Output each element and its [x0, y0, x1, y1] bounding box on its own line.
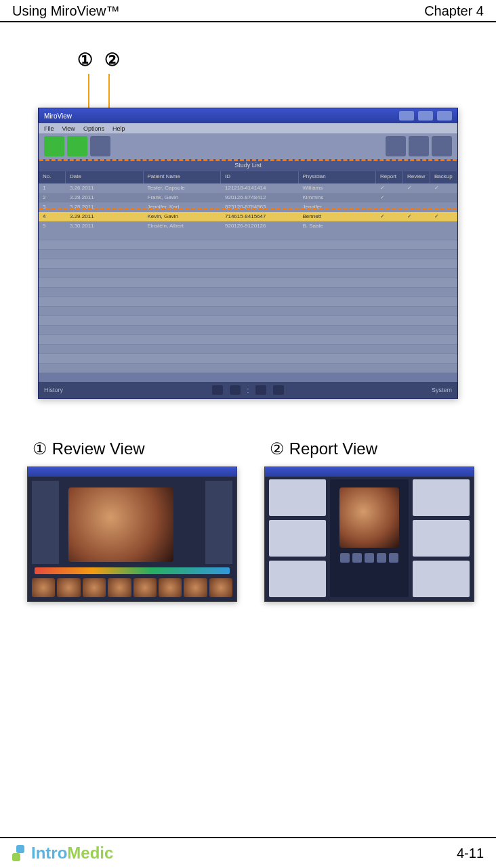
cell — [430, 221, 457, 231]
toolbar-button[interactable] — [409, 136, 429, 156]
strip-item[interactable] — [108, 578, 131, 597]
cell: 5 — [39, 221, 66, 231]
pointer-line-one — [81, 74, 95, 111]
review-left-panel — [32, 481, 59, 564]
grid-body: 1 3.26.2011 Tester, Capsule 121218-41414… — [39, 183, 457, 373]
thumb-titlebar — [28, 467, 236, 477]
strip-item[interactable] — [83, 578, 106, 597]
toolbar — [39, 133, 457, 159]
cell: Bennett — [299, 212, 377, 221]
next-button[interactable] — [377, 553, 386, 563]
empty-row — [39, 231, 457, 240]
thumbnail-strip — [32, 578, 232, 597]
next-button[interactable] — [389, 553, 398, 563]
logo-icon — [12, 845, 28, 861]
strip-item[interactable] — [57, 578, 80, 597]
title-bar: MiroView — [39, 108, 457, 123]
status-left-button[interactable]: History — [39, 387, 68, 393]
strip-item[interactable] — [32, 578, 55, 597]
empty-row — [39, 259, 457, 269]
report-cell — [269, 479, 326, 516]
cell — [403, 221, 430, 231]
report-cell — [413, 520, 470, 557]
empty-row — [39, 297, 457, 307]
title-bar-controls — [399, 111, 452, 121]
status-right-button[interactable]: System — [426, 387, 457, 393]
toolbar-button[interactable] — [432, 136, 452, 156]
cell: ✓ — [403, 212, 430, 221]
empty-row — [39, 288, 457, 297]
cell: 3.29.2011 — [66, 212, 144, 221]
empty-row — [39, 307, 457, 316]
cell: 920126-9120126 — [221, 221, 299, 231]
review-right-panel — [205, 481, 232, 564]
toolbar-button[interactable] — [90, 136, 110, 156]
report-cell — [269, 561, 326, 597]
report-center-panel — [330, 479, 409, 597]
status-bar: History : System — [39, 382, 457, 398]
empty-row — [39, 316, 457, 326]
header-right: Chapter 4 — [424, 3, 484, 19]
empty-row — [39, 250, 457, 259]
cell: B. Saale — [299, 221, 377, 231]
menu-item[interactable]: File — [44, 125, 54, 132]
empty-row — [39, 345, 457, 354]
strip-item[interactable] — [209, 578, 232, 597]
cell — [376, 221, 403, 231]
toolbar-review-button[interactable] — [44, 136, 64, 156]
review-view-thumbnail — [27, 466, 237, 602]
menu-item[interactable]: Options — [83, 125, 104, 132]
status-colon: : — [247, 387, 249, 394]
pointer-line-two — [102, 74, 115, 111]
endoscopy-image — [68, 487, 173, 562]
header-left: Using MiroView™ — [12, 3, 120, 19]
strip-item[interactable] — [133, 578, 157, 597]
menu-item[interactable]: View — [62, 125, 75, 132]
play-button[interactable] — [352, 553, 362, 563]
cell: ✓ — [376, 212, 403, 221]
report-nav-controls — [340, 553, 398, 563]
logo: IntroMedic — [12, 844, 113, 863]
pointer-lines — [81, 74, 476, 111]
next-button[interactable] — [365, 553, 374, 563]
views-row: ① Review View ② Rep — [20, 439, 476, 602]
max-button[interactable] — [418, 111, 433, 121]
close-button[interactable] — [437, 111, 452, 121]
min-button[interactable] — [399, 111, 414, 121]
strip-item[interactable] — [159, 578, 182, 597]
annotation-one-label: ① — [75, 49, 95, 70]
report-cell — [269, 520, 326, 557]
cell: ✓ — [430, 212, 457, 221]
menu-item[interactable]: Help — [112, 125, 125, 132]
status-pip — [273, 385, 284, 395]
page-header: Using MiroView™ Chapter 4 — [0, 0, 496, 22]
empty-row — [39, 354, 457, 364]
report-grid — [269, 479, 470, 597]
report-view-label: ② Report View — [264, 439, 474, 458]
page-content: ① ② MiroView File View Options Help — [0, 22, 496, 629]
table-row[interactable]: 5 3.30.2011 Einstein, Albert 920126-9120… — [39, 221, 457, 231]
report-view-thumbnail — [264, 466, 474, 602]
strip-item[interactable] — [184, 578, 207, 597]
logo-medic-text: Medic — [67, 844, 113, 863]
report-view-column: ② Report View — [264, 439, 474, 602]
empty-row — [39, 278, 457, 288]
prev-button[interactable] — [340, 553, 350, 563]
page-footer: IntroMedic 4-11 — [0, 837, 496, 868]
table-row-selected[interactable]: 4 3.29.2011 Kevin, Gavin 714615-8415647 … — [39, 212, 457, 221]
cell: 3.30.2011 — [66, 221, 144, 231]
endoscopy-image — [339, 487, 399, 548]
review-view-column: ① Review View — [27, 439, 237, 602]
empty-row — [39, 240, 457, 250]
logo-intro-text: Intro — [31, 844, 67, 863]
report-cell — [413, 561, 470, 597]
review-view-label: ① Review View — [27, 439, 237, 458]
timeline-bar[interactable] — [35, 567, 230, 574]
thumb-titlebar — [265, 467, 474, 477]
toolbar-button[interactable] — [386, 136, 406, 156]
toolbar-report-button[interactable] — [67, 136, 87, 156]
empty-row — [39, 364, 457, 373]
empty-row — [39, 326, 457, 335]
status-pip — [230, 385, 241, 395]
cell: 714615-8415647 — [221, 212, 299, 221]
